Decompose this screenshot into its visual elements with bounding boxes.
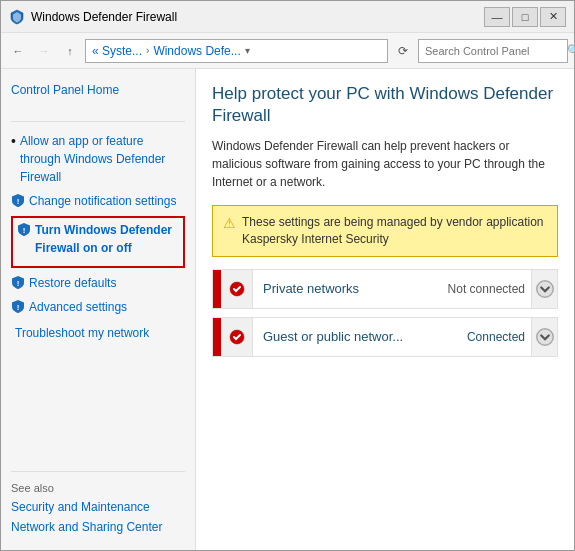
warning-text: These settings are being managed by vend…	[242, 214, 547, 248]
window: Windows Defender Firewall — □ ✕ ← → ↑ « …	[0, 0, 575, 551]
allow-app-link[interactable]: Allow an app or feature through Windows …	[20, 132, 185, 186]
main-content: Help protect your PC with Windows Defend…	[196, 69, 574, 550]
change-notification-link[interactable]: Change notification settings	[29, 192, 176, 210]
breadcrumb-sep1: ›	[146, 45, 149, 56]
sidebar-item-troubleshoot: Troubleshoot my network	[11, 324, 185, 344]
shield-icon-1: !	[11, 193, 25, 207]
network-icon-1	[221, 270, 253, 308]
highlight-box: ! Turn Windows Defender Firewall on or o…	[11, 216, 185, 268]
forward-button[interactable]: →	[33, 40, 55, 62]
breadcrumb-part2[interactable]: Windows Defe...	[153, 44, 240, 58]
address-bar: ← → ↑ « Syste... › Windows Defe... ▾ ⟳ 🔍	[1, 33, 574, 69]
private-networks-item[interactable]: Private networks Not connected	[212, 269, 558, 309]
network-red-bar-2	[213, 318, 221, 356]
security-maintenance-link[interactable]: Security and Maintenance	[11, 498, 185, 516]
window-controls: — □ ✕	[484, 7, 566, 27]
svg-text:!: !	[17, 197, 20, 206]
public-networks-expand[interactable]	[531, 318, 557, 356]
restore-defaults-link[interactable]: Restore defaults	[29, 274, 116, 292]
search-icon: 🔍	[567, 44, 575, 57]
warning-icon: ⚠	[223, 215, 236, 231]
breadcrumb-dropdown[interactable]: ▾	[245, 45, 250, 56]
main-title: Help protect your PC with Windows Defend…	[212, 83, 558, 127]
refresh-button[interactable]: ⟳	[392, 40, 414, 62]
svg-text:!: !	[23, 226, 26, 235]
sidebar-item-turn-onoff: ! Turn Windows Defender Firewall on or o…	[17, 221, 179, 259]
sidebar-see-also: See also Security and Maintenance Networ…	[11, 461, 185, 538]
maximize-button[interactable]: □	[512, 7, 538, 27]
public-networks-name: Guest or public networ...	[253, 329, 467, 344]
see-also-label: See also	[11, 482, 185, 494]
public-networks-item[interactable]: Guest or public networ... Connected	[212, 317, 558, 357]
svg-point-7	[536, 329, 553, 346]
sidebar-item-advanced: ! Advanced settings	[11, 298, 185, 318]
sidebar: Control Panel Home • Allow an app or fea…	[1, 69, 196, 550]
svg-point-5	[536, 281, 553, 298]
window-icon	[9, 9, 25, 25]
sidebar-item-restore: ! Restore defaults	[11, 274, 185, 294]
private-networks-status: Not connected	[448, 282, 531, 296]
search-input[interactable]	[425, 45, 563, 57]
breadcrumb[interactable]: « Syste... › Windows Defe... ▾	[85, 39, 388, 63]
title-bar: Windows Defender Firewall — □ ✕	[1, 1, 574, 33]
private-networks-expand[interactable]	[531, 270, 557, 308]
public-networks-status: Connected	[467, 330, 531, 344]
network-icon-2	[221, 318, 253, 356]
search-box[interactable]: 🔍	[418, 39, 568, 63]
turn-onoff-link[interactable]: Turn Windows Defender Firewall on or off	[35, 221, 179, 257]
network-sharing-link[interactable]: Network and Sharing Center	[11, 518, 185, 536]
private-networks-name: Private networks	[253, 281, 448, 296]
shield-icon-3: !	[11, 275, 25, 289]
breadcrumb-part1[interactable]: « Syste...	[92, 44, 142, 58]
up-button[interactable]: ↑	[59, 40, 81, 62]
troubleshoot-link[interactable]: Troubleshoot my network	[15, 324, 185, 342]
main-description: Windows Defender Firewall can help preve…	[212, 137, 558, 191]
svg-text:!: !	[17, 279, 20, 288]
network-red-bar-1	[213, 270, 221, 308]
window-title: Windows Defender Firewall	[31, 10, 484, 24]
back-button[interactable]: ←	[7, 40, 29, 62]
close-button[interactable]: ✕	[540, 7, 566, 27]
svg-text:!: !	[17, 303, 20, 312]
content-area: Control Panel Home • Allow an app or fea…	[1, 69, 574, 550]
shield-icon-4: !	[11, 299, 25, 313]
bullet-icon: •	[11, 132, 16, 150]
sidebar-item-allow-app: • Allow an app or feature through Window…	[11, 132, 185, 188]
sidebar-home-link[interactable]: Control Panel Home	[11, 81, 185, 99]
minimize-button[interactable]: —	[484, 7, 510, 27]
advanced-settings-link[interactable]: Advanced settings	[29, 298, 127, 316]
sidebar-item-change-notification: ! Change notification settings	[11, 192, 185, 212]
shield-icon-2: !	[17, 222, 31, 236]
warning-banner: ⚠ These settings are being managed by ve…	[212, 205, 558, 257]
